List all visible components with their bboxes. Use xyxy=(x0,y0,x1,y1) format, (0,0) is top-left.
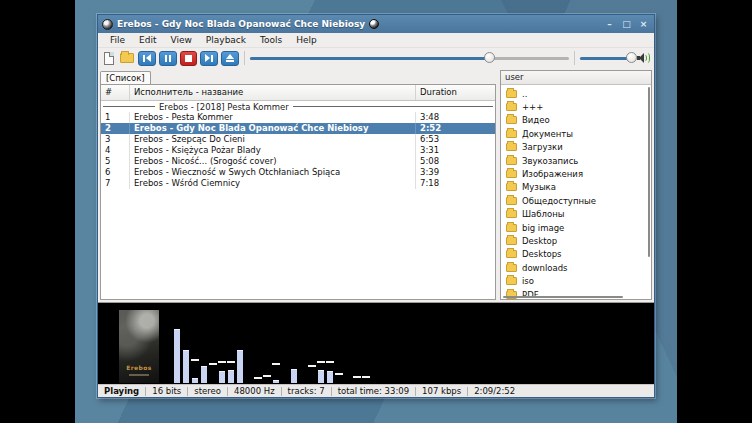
menu-view[interactable]: View xyxy=(165,34,198,46)
seek-handle[interactable] xyxy=(484,52,495,63)
eject-button[interactable] xyxy=(221,51,239,66)
menu-tools[interactable]: Tools xyxy=(254,34,288,46)
file-browser-header[interactable]: user xyxy=(501,71,651,85)
folder-icon xyxy=(506,183,517,191)
track-row[interactable]: 6Erebos - Wieczność w Swych Otchłaniach … xyxy=(101,167,495,178)
vertical-scrollbar[interactable] xyxy=(648,87,650,257)
spectrum-peak-marker xyxy=(227,361,235,363)
previous-button[interactable] xyxy=(138,51,156,66)
folder-label: big image xyxy=(522,223,564,233)
column-header-title[interactable]: Исполнитель - название xyxy=(129,85,415,100)
track-row[interactable]: 4Erebos - Księżyca Pożar Blady3:31 xyxy=(101,145,495,156)
player-status-icon xyxy=(369,19,379,29)
pause-icon xyxy=(165,55,171,62)
folder-icon xyxy=(506,170,517,178)
status-segment: Playing xyxy=(102,386,145,396)
horizontal-scrollbar[interactable] xyxy=(503,296,623,298)
spectrum-peak-marker xyxy=(308,365,316,367)
folder-label: Музыка xyxy=(522,182,556,192)
volume-fill xyxy=(580,57,632,60)
folder-label: Видео xyxy=(522,115,550,125)
folder-item[interactable]: +++ xyxy=(501,100,651,113)
track-number: 1 xyxy=(101,112,129,123)
folder-label: Звукозапись xyxy=(522,156,578,166)
tab-playlist[interactable]: [Список] xyxy=(100,71,151,84)
track-title: Erebos - Wśród Ciemnicy xyxy=(129,178,415,189)
track-duration: 7:18 xyxy=(415,178,495,189)
track-number: 4 xyxy=(101,145,129,156)
spectrum-peak-marker xyxy=(317,361,325,363)
folder-item[interactable]: Документы xyxy=(501,127,651,140)
open-file-button[interactable] xyxy=(101,51,117,66)
folder-label: Шаблоны xyxy=(522,209,564,219)
folder-item[interactable]: Музыка xyxy=(501,181,651,194)
stop-button[interactable] xyxy=(180,51,198,66)
status-segment: 2:09/2:52 xyxy=(468,386,521,396)
next-icon xyxy=(205,54,213,62)
folder-item[interactable]: Шаблоны xyxy=(501,208,651,221)
folder-item[interactable]: Загрузки xyxy=(501,141,651,154)
folder-item[interactable]: Видео xyxy=(501,114,651,127)
menu-help[interactable]: Help xyxy=(290,34,323,46)
folder-item[interactable]: downloads xyxy=(501,261,651,274)
player-window: Erebos - Gdy Noc Blada Opanować Chce Nie… xyxy=(97,14,655,398)
album-group-row[interactable]: Erebos - [2018] Pesta Kommer xyxy=(101,101,495,112)
track-row[interactable]: 2Erebos - Gdy Noc Blada Opanować Chce Ni… xyxy=(101,123,495,134)
folder-item[interactable]: Общедоступные xyxy=(501,194,651,207)
status-segment: stereo xyxy=(188,386,227,396)
folder-item[interactable]: Звукозапись xyxy=(501,154,651,167)
toolbar-separator-2 xyxy=(574,51,575,65)
group-line xyxy=(293,106,493,107)
volume-slider[interactable] xyxy=(580,51,635,66)
folder-icon xyxy=(120,53,134,63)
column-header-duration[interactable]: Duration xyxy=(415,85,495,100)
folder-icon xyxy=(506,224,517,232)
status-segment: 48000 Hz xyxy=(228,386,281,396)
status-segment: 107 kbps xyxy=(416,386,467,396)
spectrum-bar-slot xyxy=(327,303,333,383)
folder-icon xyxy=(506,197,517,205)
status-segment: tracks: 7 xyxy=(282,386,331,396)
track-title: Erebos - Wieczność w Swych Otchłaniach Ś… xyxy=(129,167,415,178)
open-folder-button[interactable] xyxy=(120,51,136,66)
toolbar-separator xyxy=(244,51,245,65)
minimize-button[interactable]: – xyxy=(603,16,616,32)
track-row[interactable]: 5Erebos - Nicość... (Srogość cover)5:08 xyxy=(101,156,495,167)
titlebar[interactable]: Erebos - Gdy Noc Blada Opanować Chce Nie… xyxy=(98,15,654,33)
spectrum-bar-slot xyxy=(219,303,225,383)
folder-item[interactable]: iso xyxy=(501,274,651,287)
folder-item[interactable]: Desktops xyxy=(501,248,651,261)
spectrum-peak-marker xyxy=(272,363,280,365)
pause-button[interactable] xyxy=(159,51,177,66)
folder-item[interactable]: PDF xyxy=(501,288,651,300)
track-title: Erebos - Szepcąc Do Cieni xyxy=(129,134,415,145)
menu-playback[interactable]: Playback xyxy=(200,34,252,46)
folder-item[interactable]: Изображения xyxy=(501,167,651,180)
folder-label: +++ xyxy=(522,102,543,112)
spectrum-bar xyxy=(318,370,324,383)
column-header-number[interactable]: # xyxy=(101,85,129,100)
seek-slider[interactable] xyxy=(250,51,569,66)
track-number: 5 xyxy=(101,156,129,167)
folder-label: Изображения xyxy=(522,169,583,179)
maximize-button[interactable]: □ xyxy=(620,16,633,32)
folder-item[interactable]: .. xyxy=(501,87,651,100)
folder-item[interactable]: big image xyxy=(501,221,651,234)
next-button[interactable] xyxy=(200,51,218,66)
folder-item[interactable]: Desktop xyxy=(501,234,651,247)
spectrum-bar xyxy=(201,366,207,383)
folder-icon xyxy=(506,143,517,151)
track-row[interactable]: 7Erebos - Wśród Ciemnicy7:18 xyxy=(101,178,495,189)
track-row[interactable]: 1Erebos - Pesta Kommer3:48 xyxy=(101,112,495,123)
folder-icon xyxy=(506,116,517,124)
spectrum-bar-slot xyxy=(174,303,180,383)
track-duration: 5:08 xyxy=(415,156,495,167)
menu-edit[interactable]: Edit xyxy=(133,34,162,46)
menu-file[interactable]: File xyxy=(104,34,131,46)
spectrum-bar-slot xyxy=(309,303,315,383)
group-line xyxy=(103,106,155,107)
visualization-area: Erebos xyxy=(98,302,654,384)
volume-handle[interactable] xyxy=(626,52,637,63)
close-button[interactable]: × xyxy=(637,16,650,32)
track-row[interactable]: 3Erebos - Szepcąc Do Cieni6:53 xyxy=(101,134,495,145)
